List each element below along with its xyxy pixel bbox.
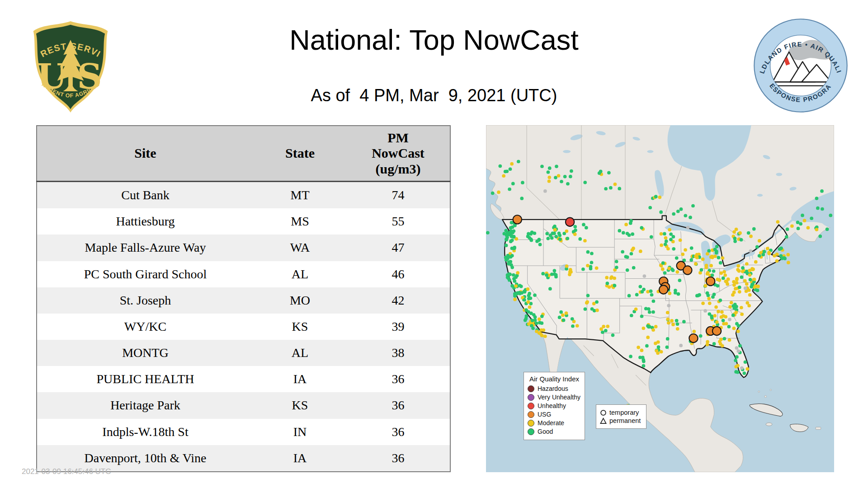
- station-dot: [583, 239, 587, 243]
- station-dot: [638, 356, 642, 359]
- site-cell: Indpls-W.18th St: [37, 419, 254, 445]
- value-cell: 47: [346, 235, 450, 261]
- station-dot: [651, 328, 655, 332]
- station-dot: [675, 256, 679, 260]
- station-dot: [528, 305, 532, 309]
- station-dot: [624, 223, 628, 226]
- station-dot: [672, 247, 675, 251]
- subtitle: As of 4 PM, Mar 9, 2021 (UTC): [136, 86, 732, 105]
- station-dot: [707, 249, 711, 253]
- station-dot: [829, 214, 832, 217]
- site-cell: PC South Girard School: [37, 261, 254, 287]
- station-dot: [505, 258, 508, 262]
- station-dot: [734, 310, 738, 314]
- station-dot: [560, 180, 563, 183]
- station-dot: [558, 238, 562, 241]
- station-dot: [649, 290, 653, 293]
- station-dot: [679, 239, 682, 242]
- aqi-legend-label: Moderate: [538, 419, 564, 427]
- station-dot: [801, 214, 804, 217]
- station-dot: [660, 350, 663, 354]
- station-dot: [629, 221, 632, 225]
- station-dot: [727, 325, 731, 328]
- station-dot: [540, 164, 544, 168]
- station-dot: [735, 281, 739, 285]
- station-dot: [722, 270, 726, 274]
- station-dot: [659, 211, 663, 214]
- station-dot: [510, 234, 514, 238]
- aqi-legend-item: USG: [528, 411, 581, 418]
- top-site-marker-usg: [513, 215, 522, 224]
- state-cell: IA: [254, 445, 346, 472]
- station-dot: [682, 320, 686, 324]
- station-dot: [497, 191, 500, 194]
- station-dot: [715, 320, 719, 324]
- station-dot: [740, 276, 744, 279]
- station-dot: [634, 307, 638, 311]
- top-site-marker-usg: [683, 266, 692, 274]
- station-dot: [747, 231, 750, 235]
- station-dot: [595, 266, 599, 270]
- station-dot: [738, 344, 742, 347]
- header-site: Site: [37, 126, 254, 182]
- station-dot: [690, 246, 693, 250]
- station-dot: [573, 225, 577, 229]
- site-cell: WY/KC: [37, 314, 254, 340]
- station-dot: [668, 228, 671, 232]
- station-dot: [664, 243, 667, 246]
- station-dot: [601, 330, 604, 334]
- station-dot: [548, 166, 552, 170]
- station-dot: [666, 337, 670, 341]
- station-dot: [654, 195, 658, 198]
- station-dot: [738, 231, 742, 235]
- station-dot: [677, 292, 680, 296]
- site-cell: Cut Bank: [37, 182, 254, 209]
- site-cell: Heritage Park: [37, 392, 254, 418]
- station-dot: [605, 282, 609, 285]
- station-dot: [547, 176, 551, 179]
- station-dot: [520, 197, 524, 200]
- timestamp-watermark: 2021-03-09 16:45:46 UTC: [22, 467, 111, 476]
- station-dot: [723, 273, 727, 277]
- station-dot: [700, 268, 703, 272]
- table-row: Indpls-W.18th StIN36: [37, 419, 450, 445]
- aqi-legend-item: Hazardous: [528, 385, 581, 392]
- station-dot: [666, 247, 670, 251]
- station-dot: [746, 367, 750, 371]
- station-dot: [790, 224, 794, 228]
- legend-item-permanent: permanent: [600, 417, 642, 424]
- station-dot: [525, 314, 528, 318]
- station-dot: [508, 188, 511, 191]
- station-dot: [737, 269, 741, 273]
- station-dot: [627, 234, 631, 237]
- station-dot: [738, 290, 741, 294]
- station-dot: [667, 321, 670, 325]
- station-dot: [714, 305, 718, 309]
- station-dot: [747, 304, 751, 308]
- station-dot: [509, 230, 513, 233]
- station-dot: [754, 260, 758, 264]
- state-cell: AL: [254, 261, 346, 287]
- station-dot: [745, 282, 749, 286]
- state-cell: KS: [254, 314, 346, 340]
- station-dot: [586, 264, 590, 267]
- station-dot: [708, 312, 711, 316]
- station-dot: [672, 212, 675, 216]
- station-dot: [646, 290, 650, 294]
- station-dot: [730, 301, 733, 305]
- station-dot: [748, 269, 751, 272]
- wfaqrp-logo: WILDLAND FIRE • AIR QUALITY RESPONSE PRO…: [752, 17, 849, 114]
- station-dot: [590, 261, 594, 264]
- station-dot: [545, 273, 548, 277]
- station-dot: [767, 252, 771, 255]
- station-dot: [709, 264, 713, 267]
- station-dot: [665, 346, 669, 349]
- station-dot: [559, 310, 563, 314]
- site-cell: Hattiesburg: [37, 208, 254, 235]
- station-dot: [565, 311, 568, 315]
- state-cell: MT: [254, 182, 346, 209]
- station-dot: [736, 264, 740, 268]
- station-dot: [642, 327, 645, 330]
- station-dot: [719, 272, 723, 275]
- aqi-color-swatch: [528, 394, 534, 401]
